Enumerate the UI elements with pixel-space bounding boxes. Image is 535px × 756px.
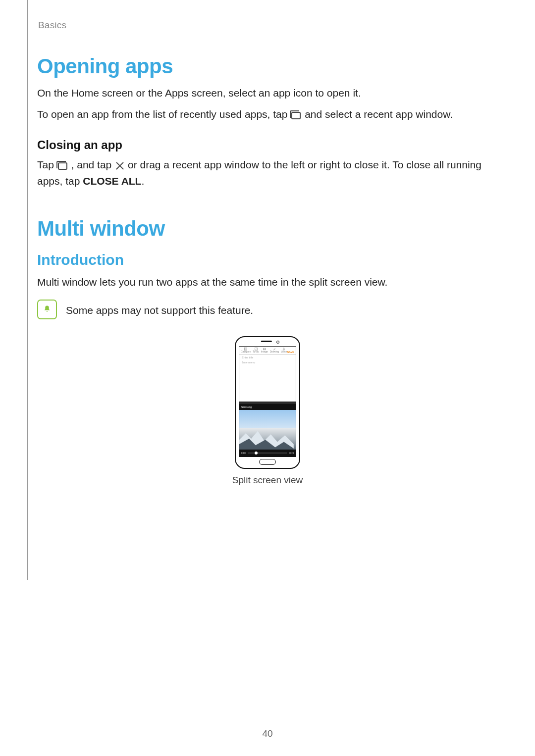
heading-introduction: Introduction xyxy=(37,252,498,268)
memo-body-field: Enter memo xyxy=(239,360,296,365)
bell-icon xyxy=(43,305,52,314)
toolbar-item: Category xyxy=(241,348,251,353)
note-badge xyxy=(37,300,57,319)
video-controls: 0:00 0:19 xyxy=(239,450,296,456)
phone-camera-dot xyxy=(276,341,279,344)
mountain-artwork xyxy=(239,428,294,450)
breadcrumb: Basics xyxy=(38,20,498,31)
phone-illustration: Category To-do Image Drawing Voice SAVE … xyxy=(235,336,300,469)
heading-multi-window: Multi window xyxy=(37,217,498,241)
text-fragment: and select a recent app window. xyxy=(305,108,453,120)
text-fragment: Tap xyxy=(37,159,57,170)
text-fragment: To open an app from the list of recently… xyxy=(37,108,290,120)
note-text: Some apps may not support this feature. xyxy=(66,302,253,319)
manual-page: Basics Opening apps On the Home screen o… xyxy=(0,0,535,756)
phone-earpiece xyxy=(261,341,272,342)
time-end: 0:19 xyxy=(289,452,294,454)
memo-title-field: Enter title xyxy=(239,355,296,360)
closing-paragraph: Tap , and tap or drag a recent app windo… xyxy=(37,157,498,189)
seek-track xyxy=(248,453,287,454)
phone-illustration-block: Category To-do Image Drawing Voice SAVE … xyxy=(37,336,498,486)
phone-screen: Category To-do Image Drawing Voice SAVE … xyxy=(239,346,296,457)
page-number: 40 xyxy=(0,728,535,739)
toolbar-item: Image xyxy=(261,348,268,353)
text-fragment: , and tap xyxy=(71,159,115,170)
margin-rule xyxy=(27,0,28,580)
close-all-label: CLOSE ALL xyxy=(83,175,141,187)
toolbar-item: Drawing xyxy=(270,348,279,353)
recents-icon xyxy=(58,162,67,170)
text-fragment: . xyxy=(141,175,144,187)
more-icon: ⋮ xyxy=(291,405,294,408)
toolbar-item: To-do xyxy=(253,348,259,353)
time-current: 0:00 xyxy=(241,452,246,454)
video-title: Samsung xyxy=(241,405,252,408)
memo-save-button: SAVE xyxy=(287,351,294,353)
split-top-app: Category To-do Image Drawing Voice SAVE … xyxy=(239,347,296,402)
opening-paragraph-1: On the Home screen or the Apps screen, s… xyxy=(37,85,498,101)
memo-toolbar: Category To-do Image Drawing Voice SAVE xyxy=(239,347,296,355)
recents-icon xyxy=(291,112,301,119)
close-icon xyxy=(115,161,124,170)
svg-rect-5 xyxy=(283,348,284,350)
illustration-caption: Split screen view xyxy=(232,475,303,486)
split-bottom-app: Samsung ⋮ 0:00 0:19 xyxy=(239,404,296,456)
phone-home-button xyxy=(259,459,276,465)
heading-opening-apps: Opening apps xyxy=(37,54,498,78)
multi-paragraph-1: Multi window lets you run two apps at th… xyxy=(37,274,498,291)
heading-closing-an-app: Closing an app xyxy=(37,138,498,152)
note-callout: Some apps may not support this feature. xyxy=(37,300,498,324)
video-header: Samsung ⋮ xyxy=(239,404,296,410)
memo-toolbar-items: Category To-do Image Drawing Voice xyxy=(241,348,287,353)
video-frame xyxy=(239,410,296,450)
toolbar-item: Voice xyxy=(281,348,287,353)
opening-paragraph-2: To open an app from the list of recently… xyxy=(37,106,498,123)
